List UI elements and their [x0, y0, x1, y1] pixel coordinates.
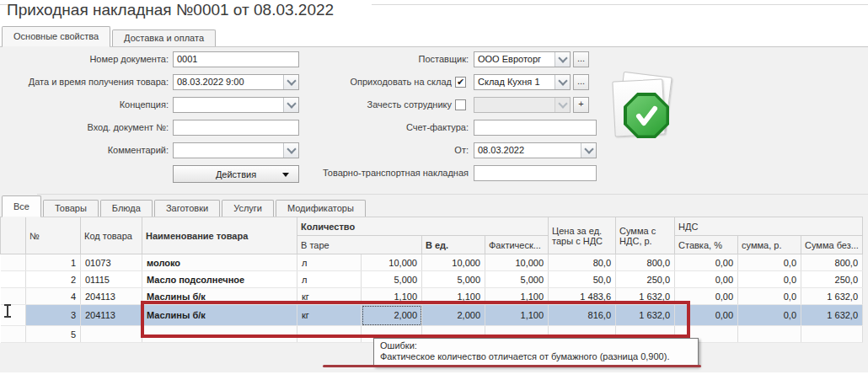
from-date-combobox[interactable]: 08.03.2022 [474, 142, 597, 158]
table-tab-0[interactable]: Все [2, 195, 41, 217]
cell-code[interactable]: 01073 [81, 254, 142, 271]
col-header-price[interactable]: Цена за ед. тары с НДС [549, 217, 616, 254]
text-cursor-icon [3, 304, 12, 318]
cell-vat_amount[interactable]: 0,0 [738, 271, 801, 288]
cell-num[interactable]: 2 [26, 271, 81, 288]
cell-code[interactable]: 01115 [81, 271, 142, 288]
table-tab-1[interactable]: Товары [43, 200, 99, 217]
col-header-quantity-group[interactable]: Количество [297, 217, 549, 236]
cell-price[interactable]: 80,0 [549, 254, 616, 271]
concept-label: Концепция: [0, 97, 169, 113]
error-row-highlight-annotation [141, 301, 690, 338]
col-header-code[interactable]: Код товара [81, 217, 142, 254]
post-to-store-label: Оприходовать на склад [253, 74, 452, 90]
cell-sum_without_vat[interactable]: 250,0 [801, 271, 863, 288]
col-header-qty-actual[interactable]: Фактическ... [485, 236, 549, 254]
col-header-num[interactable]: № [26, 217, 81, 254]
credit-employee-label: Зачесть сотруднику [253, 97, 452, 113]
error-tooltip-message: Фактическое количество отличается от бум… [380, 351, 692, 362]
row-selector-cell[interactable] [1, 288, 26, 305]
invoice-label: Счет-фактура: [253, 120, 469, 136]
col-header-vat-amount[interactable]: сумма, р. [738, 236, 801, 254]
cell-vat_amount[interactable]: 0,0 [738, 288, 801, 305]
cell-num[interactable]: 5 [26, 326, 81, 343]
cell-qty_unit[interactable]: 5,000 [422, 271, 485, 288]
error-underline-annotation [323, 365, 701, 367]
cell-vat_rate[interactable]: 0,00 [675, 271, 738, 288]
cell-sum_with_vat[interactable]: 800,0 [616, 254, 675, 271]
col-header-vat-rate[interactable]: Ставка, % [675, 236, 738, 254]
cell-qty_actual[interactable]: 5,000 [485, 271, 549, 288]
cell-code[interactable]: 204113 [81, 305, 142, 326]
table-row[interactable]: 101073молокол10,00010,00010,00080,0800,0… [1, 254, 863, 271]
cell-num[interactable]: 4 [26, 288, 81, 305]
cell-sum_without_vat[interactable] [801, 326, 863, 343]
supplier-combobox[interactable]: ООО Евроторг [474, 51, 571, 67]
row-selector-cell[interactable] [1, 326, 26, 343]
cell-name[interactable]: Масло подсолнечное [142, 271, 297, 288]
document-saved-icon [608, 74, 676, 148]
col-header-qty-tare[interactable]: В таре [297, 236, 422, 254]
cell-qty_actual[interactable]: 10,000 [485, 254, 549, 271]
cell-qty_tare[interactable]: 5,000 [362, 271, 422, 288]
cell-price[interactable]: 50,0 [549, 271, 616, 288]
cell-sum_with_vat[interactable]: 250,0 [616, 271, 675, 288]
main-tab-bar: Основные свойстваДоставка и оплата [2, 26, 217, 46]
receive-datetime-label: Дата и время получения товара: [0, 74, 169, 90]
post-to-store-checkbox[interactable]: ✔ [455, 77, 466, 88]
error-tooltip-title: Ошибки: [380, 340, 692, 351]
cell-unit[interactable]: л [297, 271, 362, 288]
from-date-label: От: [253, 142, 469, 158]
waybill-input[interactable] [474, 165, 597, 181]
col-header-vat-group[interactable]: НДС [675, 217, 863, 236]
main-tab-1[interactable]: Доставка и оплата [112, 29, 216, 46]
row-selector-cell[interactable] [1, 254, 26, 271]
table-tab-2[interactable]: Блюда [100, 200, 153, 217]
cell-code[interactable] [81, 326, 142, 343]
col-header-sum-with-vat[interactable]: Сумма с НДС, р. [616, 217, 675, 254]
cell-num[interactable]: 1 [26, 254, 81, 271]
table-section-divider [37, 194, 868, 195]
row-selector-header [1, 217, 26, 254]
store-browse-button[interactable]: ... [573, 74, 589, 90]
cell-num[interactable]: 3 [26, 305, 81, 326]
col-header-qty-unit[interactable]: В ед. [422, 236, 485, 254]
cell-sum_without_vat[interactable]: 1 632,0 [801, 288, 863, 305]
chevron-down-icon[interactable] [581, 143, 596, 158]
page-title: Приходная накладная №0001 от 08.03.2022 [7, 1, 334, 19]
cell-unit[interactable]: л [297, 254, 362, 271]
chevron-down-icon[interactable] [555, 52, 570, 67]
supplier-browse-button[interactable]: ... [573, 51, 589, 67]
chevron-down-icon[interactable] [555, 75, 570, 89]
supplier-label: Поставщик: [253, 51, 469, 67]
cell-sum_without_vat[interactable]: 1 632,0 [801, 305, 863, 326]
cell-vat_rate[interactable]: 0,00 [675, 254, 738, 271]
add-employee-button[interactable]: + [573, 97, 589, 113]
cell-vat_amount[interactable]: 0,0 [738, 254, 801, 271]
error-tooltip: Ошибки: Фактическое количество отличаетс… [373, 338, 699, 367]
cell-name[interactable]: молоко [142, 254, 297, 271]
store-combobox[interactable]: Склад Кухня 1 [474, 74, 571, 90]
col-header-sum-without-vat[interactable]: Сумма без... [801, 236, 863, 254]
table-tab-bar: ВсеТоварыБлюдаЗаготовкиУслугиМодификатор… [2, 195, 367, 217]
credit-employee-checkbox[interactable] [455, 99, 466, 110]
cell-qty_tare[interactable]: 10,000 [362, 254, 422, 271]
cell-sum_without_vat[interactable]: 800,0 [801, 254, 863, 271]
employee-combobox [474, 97, 571, 113]
row-selector-cell[interactable] [1, 271, 26, 288]
invoice-input[interactable] [474, 120, 597, 136]
cell-code[interactable]: 204113 [81, 288, 142, 305]
cell-qty_unit[interactable]: 10,000 [422, 254, 485, 271]
chevron-down-icon [555, 98, 570, 112]
table-tab-4[interactable]: Услуги [222, 200, 274, 217]
cell-vat_amount[interactable]: 0,0 [738, 305, 801, 326]
table-row[interactable]: 201115Масло подсолнечноел5,0005,0005,000… [1, 271, 863, 288]
waybill-label: Товарно-транспортная накладная [253, 165, 469, 181]
cell-vat_amount[interactable] [738, 326, 801, 343]
comment-label: Комментарий: [0, 142, 169, 158]
incoming-document-label: Вход. документ №: [0, 120, 169, 136]
main-tab-0[interactable]: Основные свойства [2, 26, 110, 46]
col-header-name[interactable]: Наименование товара [142, 217, 297, 254]
table-tab-3[interactable]: Заготовки [154, 200, 220, 217]
table-tab-5[interactable]: Модификаторы [276, 200, 366, 217]
